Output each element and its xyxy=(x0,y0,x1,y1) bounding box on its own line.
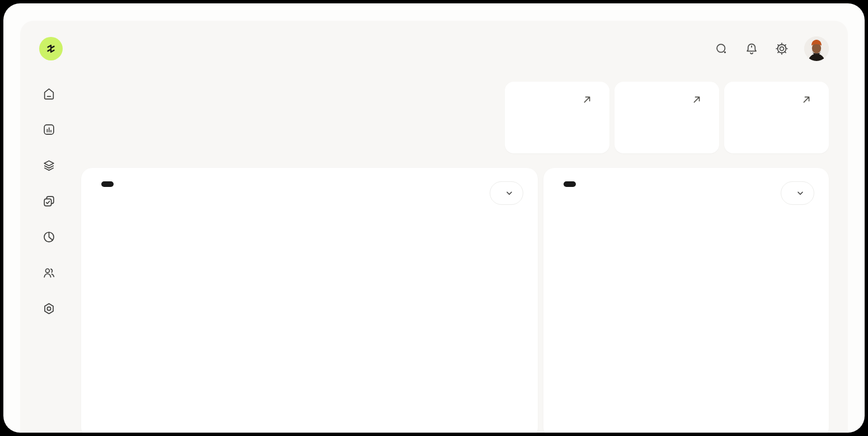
chevron-down-icon xyxy=(796,189,805,198)
time-range-dropdown[interactable] xyxy=(490,181,523,205)
new-badge xyxy=(564,181,576,187)
bell-icon[interactable] xyxy=(744,41,759,57)
main-content xyxy=(81,79,829,433)
sidebar xyxy=(41,87,56,316)
horizontal-bar-chart xyxy=(558,217,814,227)
arrow-up-right-icon[interactable] xyxy=(581,94,593,105)
tasks-icon[interactable] xyxy=(42,194,56,208)
chart-plot-area xyxy=(115,214,371,365)
data-activity-card xyxy=(81,168,538,433)
y-axis xyxy=(96,214,110,365)
arrow-up-right-icon[interactable] xyxy=(801,94,812,105)
gear-icon[interactable] xyxy=(774,41,790,57)
layers-icon[interactable] xyxy=(42,158,56,172)
stat-card-compliance-status[interactable] xyxy=(724,82,829,153)
chevron-down-icon xyxy=(505,189,514,198)
stat-card-detected-threats[interactable] xyxy=(505,82,609,153)
pie-chart-icon[interactable] xyxy=(42,230,56,244)
analytics-icon[interactable] xyxy=(42,123,56,137)
new-badge xyxy=(101,181,114,187)
fortify-logo-icon xyxy=(39,37,63,60)
time-range-dropdown[interactable] xyxy=(781,181,814,205)
header-actions xyxy=(714,36,829,61)
header xyxy=(39,33,829,64)
settings-hex-icon[interactable] xyxy=(42,302,56,316)
user-avatar[interactable] xyxy=(804,36,829,61)
desktop-screen xyxy=(3,3,865,433)
users-icon[interactable] xyxy=(42,266,56,280)
brand[interactable] xyxy=(39,37,69,60)
chart-grid xyxy=(612,217,814,372)
stat-card-response-time[interactable] xyxy=(614,82,719,153)
arrow-up-right-icon[interactable] xyxy=(691,94,702,105)
bar-chart xyxy=(96,214,371,365)
security-status-card xyxy=(543,168,829,433)
x-axis-labels xyxy=(612,217,814,227)
home-icon[interactable] xyxy=(42,87,56,101)
app-window xyxy=(20,21,848,433)
stat-cards xyxy=(505,82,829,153)
search-icon[interactable] xyxy=(714,41,729,57)
